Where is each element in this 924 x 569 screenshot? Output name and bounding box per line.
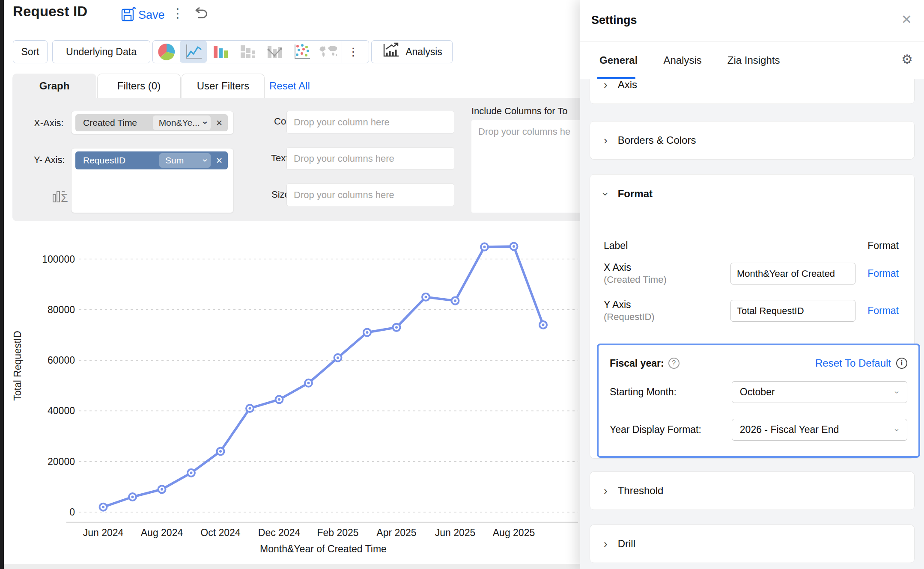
section-threshold[interactable]: › Threshold (590, 471, 915, 510)
include-columns-drop-zone[interactable]: Drop your columns he (471, 120, 586, 213)
bar-line-combo-chart-icon[interactable] (261, 41, 288, 63)
page-title: Request ID (13, 3, 87, 20)
pie-chart-icon[interactable] (153, 41, 180, 63)
aggregate-sigma-icon: Σ (52, 189, 70, 207)
x-axis-drop-area[interactable]: Created Time Mon&Ye... › ✕ (71, 111, 234, 134)
section-threshold-label: Threshold (618, 485, 664, 497)
tab-user-filters[interactable]: User Filters (182, 74, 265, 98)
svg-text:0: 0 (69, 507, 75, 518)
chevron-down-icon: › (200, 121, 209, 124)
y-axis-setting-sub: (RequestID) (604, 311, 730, 323)
y-axis-label-input[interactable]: Total RequestID (730, 300, 855, 322)
starting-month-label: Starting Month: (610, 386, 732, 398)
color-placeholder: Drop your column here (294, 117, 390, 128)
x-axis-setting-sub: (Created Time) (604, 274, 730, 285)
y-axis-format-link[interactable]: Format (867, 305, 899, 317)
close-icon[interactable]: ✕ (901, 12, 912, 27)
scatter-chart-icon[interactable] (288, 41, 315, 63)
line-chart[interactable]: 020000400006000080000100000Jun 2024Aug 2… (11, 233, 580, 569)
tab-graph[interactable]: Graph (12, 74, 96, 98)
undo-icon[interactable] (191, 7, 209, 22)
starting-month-select[interactable]: October › (732, 381, 907, 403)
section-axis[interactable]: › Axis (590, 79, 915, 104)
sort-button[interactable]: Sort (13, 40, 48, 63)
underlying-data-button[interactable]: Underlying Data (52, 40, 150, 63)
section-format-label: Format (618, 188, 653, 200)
svg-text:20000: 20000 (48, 456, 75, 467)
reset-to-default-link[interactable]: Reset To Default (815, 357, 891, 369)
save-label: Save (138, 9, 165, 22)
horizontal-scrollbar[interactable] (4, 564, 580, 569)
map-chart-icon[interactable] (315, 41, 342, 63)
size-drop-zone[interactable]: Drop your columns here (286, 184, 454, 206)
svg-text:Aug 2024: Aug 2024 (141, 527, 183, 538)
include-placeholder: Drop your columns he (478, 126, 570, 137)
section-borders-label: Borders & Colors (618, 134, 696, 146)
more-options-icon[interactable]: ⋮ (171, 6, 184, 21)
x-axis-label: X-Axis: (34, 118, 64, 129)
text-placeholder: Drop your columns here (294, 153, 394, 164)
year-display-format-label: Year Display Format: (610, 424, 732, 436)
chart-type-selector: ⋮ (152, 40, 369, 63)
settings-tabs: General Analysis Zia Insights ⚙ (580, 41, 924, 79)
section-borders-colors[interactable]: › Borders & Colors (590, 121, 915, 160)
chevron-down-icon: › (894, 391, 902, 394)
svg-text:Dec 2024: Dec 2024 (258, 527, 301, 538)
label-column-header: Label (604, 240, 628, 252)
analysis-icon (382, 42, 399, 61)
section-axis-label: Axis (618, 79, 637, 91)
tab-filters[interactable]: Filters (0) (97, 74, 181, 98)
svg-text:60000: 60000 (48, 355, 75, 366)
info-icon[interactable]: i (896, 358, 907, 369)
settings-title: Settings (591, 14, 637, 27)
tab-analysis[interactable]: Analysis (663, 41, 701, 79)
y-aggregation-dropdown[interactable]: Sum › (159, 153, 211, 168)
bar-chart-icon[interactable] (207, 41, 234, 63)
section-drill-label: Drill (618, 538, 635, 550)
chevron-down-icon: › (894, 428, 902, 431)
color-drop-zone[interactable]: Drop your column here (286, 111, 454, 133)
svg-text:Σ: Σ (61, 192, 68, 204)
remove-y-field-icon[interactable]: ✕ (211, 156, 228, 166)
tab-general[interactable]: General (599, 41, 638, 79)
y-axis-field-pill[interactable]: RequestID Sum › ✕ (75, 151, 228, 169)
chevron-down-icon: › (200, 159, 209, 162)
y-aggregation-value: Sum (165, 155, 184, 166)
tab-zia-insights[interactable]: Zia Insights (727, 41, 780, 79)
reset-all-link[interactable]: Reset All (269, 74, 310, 98)
svg-text:80000: 80000 (48, 304, 75, 315)
x-axis-field-pill[interactable]: Created Time Mon&Ye... › ✕ (75, 114, 228, 131)
remove-x-field-icon[interactable]: ✕ (211, 118, 228, 128)
stacked-bar-chart-icon[interactable] (234, 41, 261, 63)
svg-text:Oct 2024: Oct 2024 (200, 527, 241, 538)
svg-text:*: * (132, 7, 137, 15)
x-axis-label-input[interactable]: Month&Year of Created (730, 263, 855, 284)
settings-panel: Settings ✕ General Analysis Zia Insights… (580, 0, 924, 569)
text-drop-zone[interactable]: Drop your columns here (286, 147, 454, 170)
year-display-format-value: 2026 - Fiscal Year End (740, 424, 839, 436)
svg-text:100000: 100000 (42, 254, 75, 265)
analysis-label: Analysis (405, 46, 442, 58)
chevron-down-icon: › (599, 192, 612, 196)
more-chart-types-icon[interactable]: ⋮ (342, 45, 364, 59)
svg-text:Feb 2025: Feb 2025 (317, 527, 358, 538)
x-aggregation-dropdown[interactable]: Mon&Ye... › (153, 116, 211, 130)
size-placeholder: Drop your columns here (294, 190, 394, 201)
x-axis-label-value: Month&Year of Created (737, 268, 835, 279)
x-axis-format-link[interactable]: Format (867, 268, 899, 279)
analysis-button[interactable]: Analysis (371, 40, 453, 63)
line-chart-icon[interactable] (180, 41, 207, 63)
section-drill[interactable]: › Drill (590, 525, 915, 563)
save-button[interactable]: * Save (121, 7, 165, 23)
window-edge (0, 0, 4, 569)
format-column-header: Format (867, 240, 899, 252)
gear-icon[interactable]: ⚙ (901, 52, 913, 67)
y-axis-drop-area[interactable]: RequestID Sum › ✕ (71, 148, 234, 213)
svg-text:Jun 2024: Jun 2024 (83, 527, 124, 538)
chevron-right-icon: › (604, 537, 608, 551)
fiscal-year-highlight-box: Fiscal year: ? Reset To Default i Starti… (597, 344, 920, 458)
section-format-header[interactable]: › Format (590, 175, 914, 213)
starting-month-value: October (740, 386, 775, 398)
year-display-format-select[interactable]: 2026 - Fiscal Year End › (732, 419, 907, 441)
help-icon[interactable]: ? (668, 358, 680, 369)
